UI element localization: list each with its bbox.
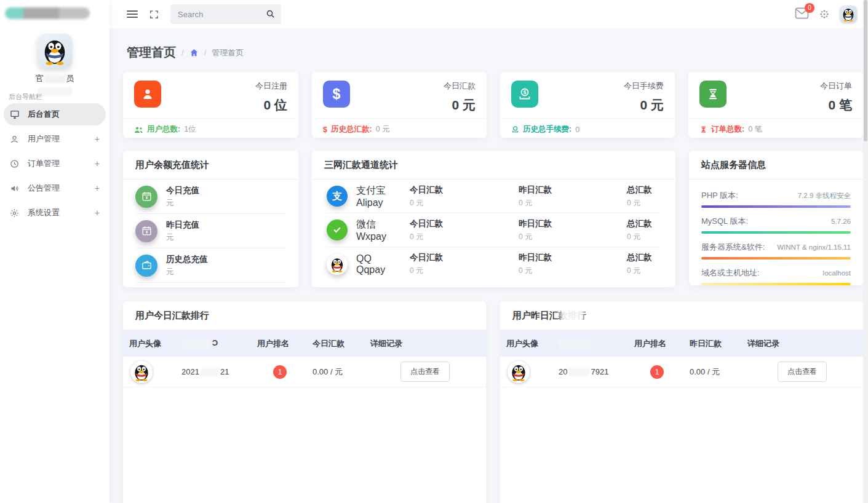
top-navbar: 0 <box>109 0 868 28</box>
server-row-php: PHP 版本: 7.2.9 非线程安全 <box>701 190 851 208</box>
view-details-button[interactable]: 点击查看 <box>778 362 827 382</box>
stat-title: 今日汇款 <box>444 81 476 92</box>
view-details-button[interactable]: 点击查看 <box>400 362 450 382</box>
sidebar-item-label: 系统设置 <box>28 207 60 218</box>
channel-name: QQ <box>356 253 385 264</box>
col-header-details: 详细记录 <box>370 338 480 349</box>
col-header-redacted: Ɔ <box>181 338 257 348</box>
recharge-row-today: ¥ 今日充值 元 <box>135 180 286 214</box>
channel-subname: Alipay <box>356 197 386 208</box>
stat-footer-label: 历史总汇款: <box>331 124 372 135</box>
today-ranking-panel: 用户今日汇款排行 用户头像 Ɔ 用户排名 今日汇款 详细记录 <box>123 301 486 503</box>
scrollbar[interactable] <box>863 0 868 503</box>
users-icon <box>134 126 143 133</box>
qq-penguin-icon <box>841 7 856 22</box>
user-icon <box>10 134 20 144</box>
breadcrumb: 管理首页 / / 管理首页 <box>123 28 863 72</box>
stat-card-orders: 今日订单 0 笔 订单总数: 0 笔 <box>688 72 863 138</box>
col-header-avatar: 用户头像 <box>129 338 181 349</box>
apps-flower-icon <box>819 9 830 20</box>
col-header-rank: 用户排名 <box>257 338 313 349</box>
deposit-icon <box>511 125 519 133</box>
channel-name: 支付宝 <box>356 184 386 197</box>
server-label: 域名或主机地址: <box>701 267 760 279</box>
apps-button[interactable] <box>819 9 830 20</box>
svg-text:¥: ¥ <box>145 196 148 200</box>
qq-penguin-icon <box>41 37 69 65</box>
stat-card-fees: $ 今日手续费 0 元 历史总手续费: 0 <box>500 72 675 138</box>
col-header-rank: 用户排名 <box>634 338 690 349</box>
stat-footer-value: 0 笔 <box>748 124 762 135</box>
stat-title: 今日订单 <box>820 81 852 92</box>
profile-name: 官 员 <box>0 73 109 84</box>
channel-metric-label: 今日汇款 <box>410 218 519 229</box>
channel-metric-value: 0 元 <box>410 232 519 242</box>
sidebar-item-dashboard[interactable]: 后台首页 <box>4 103 106 125</box>
sidebar-item-users[interactable]: 用户管理 + <box>4 128 106 150</box>
stat-footer-value: 0 <box>575 125 579 134</box>
stat-value: 0 笔 <box>820 97 852 114</box>
scrollbar-thumb[interactable] <box>864 0 867 141</box>
user-qq-number: 2021 21 <box>181 367 257 376</box>
channel-metric-value: 0 元 <box>519 198 627 208</box>
channel-metric-value: 0 元 <box>519 266 627 276</box>
progress-bar <box>701 257 851 259</box>
recharge-row-total: 历史总充值 元 <box>135 248 286 283</box>
breadcrumb-current: 管理首页 <box>212 47 244 58</box>
expand-plus-icon[interactable]: + <box>95 208 100 218</box>
channel-metric-label: 昨日汇款 <box>519 184 627 196</box>
breadcrumb-separator: / <box>181 48 184 57</box>
rank-badge: 1 <box>273 365 287 379</box>
logo-redaction-block <box>23 7 59 19</box>
recharge-value: 元 <box>166 232 199 243</box>
sidebar-item-announcements[interactable]: 公告管理 + <box>4 177 106 199</box>
search-icon[interactable] <box>266 9 275 21</box>
hourglass-icon <box>699 125 707 133</box>
home-icon[interactable] <box>189 48 199 57</box>
server-value: localhost <box>823 269 851 277</box>
panel-title-wrap: 用户昨日汇款排行 <box>500 301 863 330</box>
channel-row-qq: QQ Qqpay 今日汇款 0 元 昨日汇款 0 元 总汇款 0 元 <box>327 247 661 281</box>
profile-name-first: 官 <box>36 73 44 84</box>
profile-name-redaction <box>44 75 65 83</box>
title-redaction-smudge <box>560 301 584 327</box>
hamburger-menu-icon[interactable] <box>127 9 138 20</box>
recharge-label: 历史总充值 <box>166 254 208 265</box>
search-input[interactable] <box>170 4 281 24</box>
server-value: WINNT & nginx/1.15.11 <box>777 244 851 251</box>
amount-cell: 0.00 / 元 <box>690 366 747 378</box>
expand-plus-icon[interactable]: + <box>95 183 100 193</box>
mail-badge: 0 <box>805 3 814 13</box>
svg-text:$: $ <box>524 89 527 95</box>
wallet-icon <box>135 255 157 277</box>
user-icon <box>134 81 161 108</box>
fullscreen-icon[interactable] <box>149 9 159 20</box>
rank-badge: 1 <box>650 365 664 379</box>
sidebar-item-settings[interactable]: 系统设置 + <box>4 202 106 224</box>
channel-row-alipay: 支 支付宝 Alipay 今日汇款 0 元 昨日汇款 0 元 总汇款 0 元 <box>327 180 661 213</box>
progress-bar <box>701 205 851 208</box>
sidebar: 官 员 后台导航栏 后台首页 用户管理 + <box>0 0 109 503</box>
server-label: MySQL 版本: <box>701 216 748 227</box>
panel-title: 三网汇款通道统计 <box>312 151 675 180</box>
dollar-icon: $ <box>323 81 350 108</box>
stat-footer-value: 1位 <box>184 124 196 135</box>
sidebar-item-label: 用户管理 <box>28 133 60 145</box>
messages-button[interactable]: 0 <box>795 7 809 22</box>
sidebar-item-orders[interactable]: 订单管理 + <box>4 152 106 175</box>
channel-metric-label: 今日汇款 <box>410 252 519 263</box>
expand-plus-icon[interactable]: + <box>95 134 100 144</box>
channel-subname: Wxpay <box>356 231 386 242</box>
stat-value: 0 元 <box>444 97 476 114</box>
navbar-actions: 0 <box>795 6 857 23</box>
progress-bar <box>701 231 851 234</box>
logo-redaction-block <box>59 7 90 19</box>
sidebar-profile: 官 员 <box>0 34 109 96</box>
user-avatar-button[interactable] <box>840 6 857 23</box>
panel-title: 用户余额充值统计 <box>123 151 298 180</box>
stat-title: 今日手续费 <box>624 81 664 92</box>
logo-redaction-block <box>5 7 23 19</box>
col-header-amount: 今日汇款 <box>313 338 370 349</box>
channel-row-wechat: 微信 Wxpay 今日汇款 0 元 昨日汇款 0 元 总汇款 0 元 <box>327 213 661 247</box>
expand-plus-icon[interactable]: + <box>95 159 100 168</box>
